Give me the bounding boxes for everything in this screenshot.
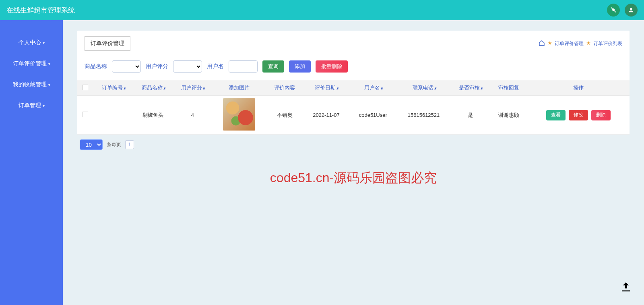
sidebar-item-favorites[interactable]: 我的收藏管理▾ — [0, 74, 63, 95]
filter-rating-select[interactable] — [173, 60, 202, 73]
breadcrumb-item[interactable]: 订单评价列表 — [593, 40, 622, 47]
topbar: 在线生鲜超市管理系统 — [0, 0, 644, 20]
filter-product-label: 商品名称 — [85, 63, 107, 70]
tools-icon[interactable] — [607, 4, 620, 17]
col-phone[interactable]: 联系电话 — [397, 80, 450, 96]
select-all-checkbox[interactable] — [83, 85, 88, 90]
col-product[interactable]: 商品名称 — [133, 80, 173, 96]
filter-product-select[interactable] — [112, 60, 141, 73]
filter-user-label: 用户名 — [207, 63, 224, 70]
star-icon — [586, 41, 591, 47]
table-header-row: 订单编号 商品名称 用户评分 添加图片 评价内容 评价日期 用户名 联系电话 是… — [77, 80, 630, 96]
app-title: 在线生鲜超市管理系统 — [6, 6, 75, 15]
cell-reviewed: 是 — [450, 96, 490, 135]
review-image[interactable] — [223, 98, 255, 131]
page-title[interactable]: 订单评价管理 — [85, 36, 130, 51]
col-image[interactable]: 添加图片 — [213, 80, 266, 96]
col-date[interactable]: 评价日期 — [303, 80, 349, 96]
watermark: code51.cn-源码乐园盗图必究 — [270, 169, 437, 187]
star-icon — [547, 41, 552, 47]
page-number[interactable]: 1 — [125, 140, 134, 149]
sidebar-item-profile[interactable]: 个人中心▾ — [0, 32, 63, 53]
col-order-no[interactable]: 订单编号 — [93, 80, 133, 96]
cell-order-no — [93, 96, 133, 135]
home-icon[interactable] — [539, 40, 545, 48]
table-row: 剁椒鱼头 4 不错奥 2022-11-07 code51User 1561561… — [77, 96, 630, 135]
cell-date: 2022-11-07 — [303, 96, 349, 135]
breadcrumb-item[interactable]: 订单评价管理 — [555, 40, 584, 47]
page-size-select[interactable]: 10 — [80, 139, 103, 150]
chevron-down-icon: ▾ — [43, 41, 45, 45]
filter-user-input[interactable] — [229, 60, 258, 73]
reviews-table: 订单编号 商品名称 用户评分 添加图片 评价内容 评价日期 用户名 联系电话 是… — [77, 80, 630, 135]
chevron-down-icon: ▾ — [48, 62, 50, 66]
breadcrumb: 订单评价管理 订单评价列表 — [539, 40, 622, 48]
chevron-down-icon: ▾ — [43, 104, 45, 108]
cell-phone: 15615612521 — [397, 96, 450, 135]
cell-rating: 4 — [173, 96, 213, 135]
col-reply[interactable]: 审核回复 — [490, 80, 527, 96]
cell-user: code51User — [349, 96, 397, 135]
pager: 10 条每页 1 — [77, 139, 630, 150]
bulk-delete-button[interactable]: 批量删除 — [316, 60, 348, 73]
sidebar-item-orders[interactable]: 订单管理▾ — [0, 95, 63, 116]
col-content[interactable]: 评价内容 — [266, 80, 303, 96]
upload-icon[interactable] — [620, 281, 632, 293]
col-rating[interactable]: 用户评分 — [173, 80, 213, 96]
search-button[interactable]: 查询 — [262, 60, 284, 73]
view-button[interactable]: 查看 — [546, 110, 566, 120]
filter-bar: 商品名称 用户评分 用户名 查询 添加 批量删除 — [77, 56, 630, 80]
chevron-down-icon: ▾ — [48, 83, 50, 87]
per-page-label: 条每页 — [107, 141, 121, 148]
col-user[interactable]: 用户名 — [349, 80, 397, 96]
row-checkbox[interactable] — [83, 112, 88, 117]
col-reviewed[interactable]: 是否审核 — [450, 80, 490, 96]
sidebar-item-reviews[interactable]: 订单评价管理▾ — [0, 53, 63, 74]
content-card: 订单评价管理 订单评价管理 订单评价列表 商品名称 用户评分 用户名 查询 添加 — [77, 31, 630, 135]
add-button[interactable]: 添加 — [289, 60, 311, 73]
cell-product: 剁椒鱼头 — [133, 96, 173, 135]
col-ops: 操作 — [527, 80, 630, 96]
sidebar: 个人中心▾ 订单评价管理▾ 我的收藏管理▾ 订单管理▾ — [0, 20, 63, 305]
cell-reply: 谢谢惠顾 — [490, 96, 527, 135]
cell-content: 不错奥 — [266, 96, 303, 135]
filter-rating-label: 用户评分 — [146, 63, 168, 70]
delete-button[interactable]: 删除 — [591, 110, 611, 120]
edit-button[interactable]: 修改 — [569, 110, 588, 120]
user-icon[interactable] — [625, 4, 638, 17]
cell-ops: 查看 修改 删除 — [527, 96, 630, 135]
